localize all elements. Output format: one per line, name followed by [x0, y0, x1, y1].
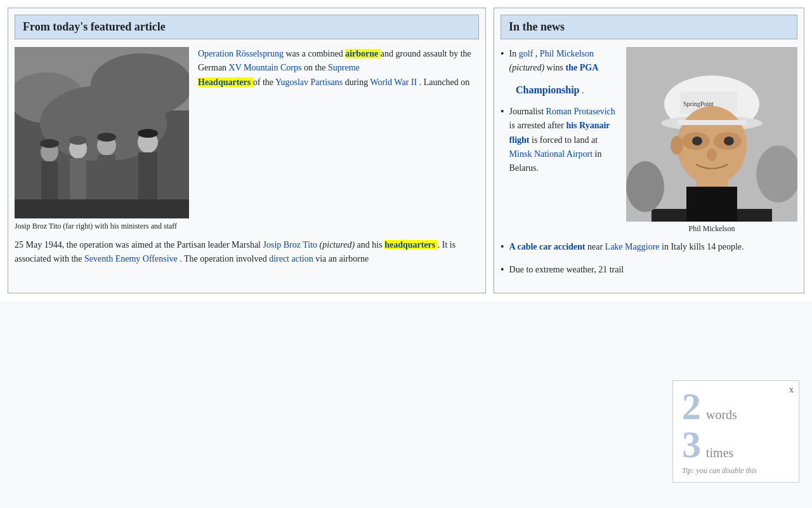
championship-link[interactable]: Championship	[516, 84, 580, 95]
airborne-highlight: airborne	[345, 49, 381, 58]
pga-link[interactable]: the PGA	[566, 63, 599, 72]
news-item-protasevich: • Journalist Roman Protasevich is arrest…	[501, 105, 620, 176]
headquarters-link-body[interactable]: headquarters	[384, 240, 435, 250]
in-the-news-title: In the news	[509, 20, 565, 33]
svg-point-14	[69, 136, 87, 145]
article-body: 25 May 1944, the operation was aimed at …	[15, 238, 479, 267]
featured-article-section: From today's featured article	[8, 8, 486, 293]
golf-link[interactable]: golf	[519, 49, 534, 58]
article-image-wrapper: Josip Broz Tito (far right) with his min…	[15, 47, 189, 232]
article-image	[15, 47, 189, 218]
news-list: • In golf , Phil Mickelson (pictured) wi…	[501, 47, 620, 234]
svg-point-27	[692, 137, 702, 145]
supreme-link[interactable]: Supreme	[328, 63, 360, 72]
news-item-protasevich-text: Journalist Roman Protasevich is arrested…	[509, 105, 620, 176]
svg-point-32	[671, 136, 683, 155]
svg-point-13	[40, 139, 59, 148]
svg-rect-33	[677, 120, 747, 125]
tito-link[interactable]: Josip Broz Tito	[263, 240, 318, 250]
featured-article-title: From today's featured article	[23, 20, 166, 33]
bullet-3: •	[501, 241, 504, 254]
yugoslav-partisans-link[interactable]: Yugoslav Partisans	[275, 77, 343, 87]
svg-rect-36	[686, 187, 737, 222]
phil-mickelson-link[interactable]: Phil Mickelson	[540, 49, 594, 58]
minsk-airport-link[interactable]: Minsk National Airport	[509, 149, 593, 159]
seventh-enemy-offensive-link[interactable]: Seventh Enemy Offensive	[84, 254, 178, 264]
news-image-area: SpringPoint	[626, 47, 797, 234]
pga-championship-row: Championship .	[516, 84, 620, 96]
svg-point-15	[97, 133, 116, 142]
protasevich-link[interactable]: Roman Protasevich	[546, 107, 615, 116]
operation-link[interactable]: Operation Rösselsprung	[198, 49, 285, 58]
image-caption: Josip Broz Tito (far right) with his min…	[15, 221, 189, 232]
article-top: Josip Broz Tito (far right) with his min…	[15, 47, 479, 232]
headquarters-highlight-top: Headquarters	[198, 77, 253, 87]
in-the-news-header: In the news	[501, 15, 797, 39]
bullet-2: •	[501, 106, 504, 176]
svg-point-29	[707, 149, 717, 161]
news-full: • In golf , Phil Mickelson (pictured) wi…	[501, 47, 797, 286]
direct-action-link[interactable]: direct action	[269, 254, 313, 264]
bullet-4: •	[501, 264, 504, 277]
headquarters-link-top[interactable]: Headquarters	[198, 77, 251, 87]
svg-rect-10	[98, 155, 115, 199]
featured-article-header: From today's featured article	[15, 15, 479, 39]
bullet-1: •	[501, 48, 504, 76]
svg-rect-8	[70, 158, 86, 199]
svg-rect-6	[41, 161, 58, 199]
news-item-weather: • Due to extreme weather, 21 trail	[501, 263, 797, 277]
svg-rect-17	[15, 199, 189, 218]
news-item-golf-text: In golf , Phil Mickelson (pictured) wins…	[509, 47, 620, 76]
svg-rect-12	[138, 152, 157, 200]
news-item-golf: • In golf , Phil Mickelson (pictured) wi…	[501, 47, 620, 76]
news-photo-caption: Phil Mickelson	[626, 224, 797, 234]
in-the-news-section: In the news • In golf , Phil Mickelson	[494, 8, 804, 293]
news-item-cable-car: • A cable car accident near Lake Maggior…	[501, 240, 797, 254]
article-image-svg	[15, 47, 189, 218]
svg-point-28	[724, 137, 734, 145]
wwii-link[interactable]: World War II	[370, 77, 417, 87]
svg-point-16	[138, 129, 158, 138]
news-item-weather-text: Due to extreme weather, 21 trail	[509, 263, 797, 277]
news-photo: SpringPoint	[626, 47, 797, 222]
news-item-cable-car-text: A cable car accident near Lake Maggiore …	[509, 240, 797, 254]
svg-point-34	[626, 161, 664, 212]
cable-car-link[interactable]: A cable car accident	[509, 242, 586, 251]
news-top-row: • In golf , Phil Mickelson (pictured) wi…	[501, 47, 797, 234]
article-content: Josip Broz Tito (far right) with his min…	[15, 47, 479, 267]
lake-maggiore-link[interactable]: Lake Maggiore	[605, 242, 660, 251]
airborne-link[interactable]: airborne	[345, 49, 378, 58]
xv-mountain-corps-link[interactable]: XV Mountain Corps	[229, 63, 302, 72]
phil-mickelson-photo: SpringPoint	[626, 47, 797, 222]
headquarters-highlight-body: headquarters	[384, 240, 438, 250]
article-text-right: Operation Rösselsprung was a combined ai…	[198, 47, 479, 232]
